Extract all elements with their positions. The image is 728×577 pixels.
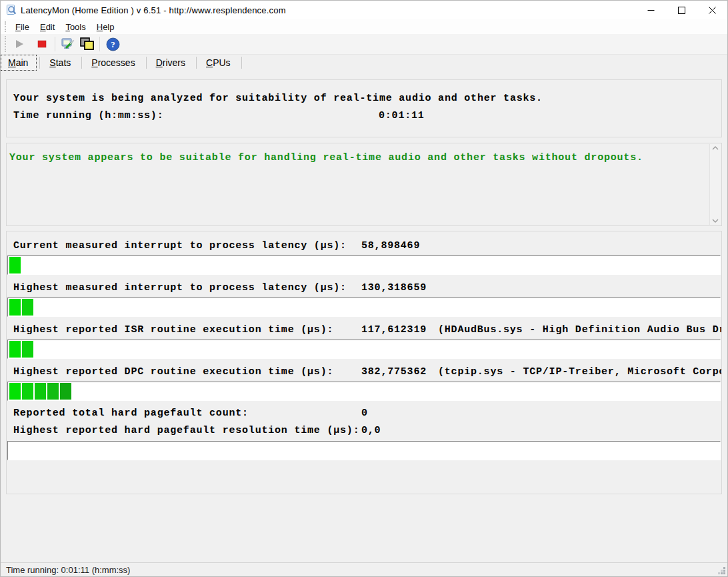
- tab-separator: [196, 57, 197, 69]
- play-icon: [14, 39, 25, 49]
- maximize-button[interactable]: [666, 1, 697, 19]
- pagefault-count-label: Reported total hard pagefault count:: [13, 408, 361, 419]
- pagefault-time-row: Highest reported hard pagefault resoluti…: [7, 422, 721, 440]
- tab-cpus[interactable]: CPUs: [199, 55, 239, 71]
- tab-drivers[interactable]: Drivers: [149, 55, 193, 71]
- menu-help[interactable]: Help: [91, 21, 120, 33]
- stat-detail: (tcpip.sys - TCP/IP-Treiber, Microsoft C…: [438, 366, 721, 378]
- latency-bar-segment: [47, 383, 59, 400]
- maximize-icon: [678, 7, 685, 14]
- verdict-group: Your system appears to be suitable for h…: [6, 143, 722, 226]
- highest-latency-bar: [7, 298, 721, 317]
- time-running-row: Time running (h:mm:ss):0:01:11: [13, 107, 721, 125]
- time-running-label: Time running (h:mm:ss):: [13, 107, 379, 125]
- tab-bar: Main Stats Processes Drivers CPUs: [1, 54, 727, 71]
- stat-detail: (HDAudBus.sys - High Definition Audio Bu…: [438, 324, 721, 336]
- latency-bar-segment: [35, 383, 46, 400]
- stat-label: Highest reported ISR routine execution t…: [13, 324, 361, 336]
- stats-group: Current measured interrupt to process la…: [6, 231, 722, 494]
- stat-label: Highest measured interrupt to process la…: [13, 282, 361, 294]
- tab-separator: [146, 57, 147, 69]
- latency-bar-segment: [60, 383, 71, 400]
- verdict-message: Your system appears to be suitable for h…: [9, 152, 705, 163]
- tab-processes[interactable]: Processes: [85, 55, 143, 71]
- close-button[interactable]: [697, 1, 727, 19]
- minimize-icon: [647, 7, 655, 14]
- stop-monitor-button[interactable]: [33, 35, 51, 53]
- pagefault-time-value: 0,0: [361, 425, 438, 436]
- title-bar: LatencyMon (Home Edition ) v 6.51 - http…: [1, 1, 727, 19]
- minimize-button[interactable]: [635, 1, 666, 19]
- close-icon: [709, 7, 716, 14]
- toolbar-gripper[interactable]: [5, 36, 8, 52]
- latency-bar-segment: [9, 383, 21, 400]
- scroll-up-icon[interactable]: [712, 146, 719, 150]
- stat-value: 130,318659: [361, 282, 438, 294]
- toolbar-separator: [55, 37, 55, 51]
- pagefault-time-label: Highest reported hard pagefault resoluti…: [13, 425, 361, 436]
- stat-row-highest-latency: Highest measured interrupt to process la…: [7, 279, 721, 296]
- time-running-value: 0:01:11: [379, 110, 425, 121]
- latency-bar-segment: [22, 341, 33, 358]
- latency-bar-segment: [22, 383, 33, 400]
- main-panel: Your system is being analyzed for suitab…: [1, 71, 727, 562]
- menu-tools[interactable]: Tools: [60, 21, 91, 33]
- menu-bar: File Edit Tools Help: [1, 19, 727, 34]
- current-latency-bar: [7, 255, 721, 275]
- toolbar-separator: [99, 37, 100, 51]
- scroll-down-icon[interactable]: [712, 219, 719, 223]
- options-button[interactable]: [59, 35, 77, 53]
- stat-row-dpc-time: Highest reported DPC routine execution t…: [7, 363, 721, 380]
- latency-bar-segment: [9, 299, 21, 316]
- stat-value: 117,612319: [361, 324, 438, 336]
- latencymon-window: LatencyMon (Home Edition ) v 6.51 - http…: [0, 0, 728, 577]
- menubar-gripper[interactable]: [5, 21, 8, 32]
- help-button[interactable]: ?: [103, 35, 122, 53]
- latency-bar-segment: [9, 341, 21, 358]
- tools-icon: [61, 37, 75, 51]
- copy-icon: [79, 37, 95, 51]
- stat-value: 58,898469: [361, 240, 438, 251]
- menu-edit[interactable]: Edit: [35, 21, 60, 33]
- verdict-scrollbar[interactable]: [709, 144, 721, 225]
- stat-row-isr-time: Highest reported ISR routine execution t…: [7, 321, 721, 338]
- stop-icon: [37, 39, 47, 49]
- tab-stats[interactable]: Stats: [43, 55, 79, 71]
- tab-separator: [81, 57, 82, 69]
- latency-bar-segment: [22, 299, 33, 316]
- analysis-heading: Your system is being analyzed for suitab…: [13, 90, 721, 107]
- resize-grip[interactable]: [717, 566, 726, 575]
- svg-text:?: ?: [111, 39, 115, 49]
- start-monitor-button[interactable]: [10, 35, 29, 53]
- report-button[interactable]: [77, 35, 96, 53]
- stat-value: 382,775362: [361, 366, 438, 378]
- help-icon: ?: [106, 37, 120, 51]
- tab-main[interactable]: Main: [1, 55, 37, 71]
- tab-separator: [241, 57, 242, 69]
- isr-time-bar: [7, 340, 721, 359]
- latency-bar-segment: [9, 257, 21, 273]
- status-text: Time running: 0:01:11 (h:mm:ss): [6, 565, 130, 575]
- pagefault-count-row: Reported total hard pagefault count:0: [7, 405, 721, 422]
- status-bar: Time running: 0:01:11 (h:mm:ss): [1, 562, 727, 576]
- stat-label: Highest reported DPC routine execution t…: [13, 366, 361, 378]
- window-title: LatencyMon (Home Edition ) v 6.51 - http…: [21, 5, 286, 15]
- tool-bar: ?: [1, 34, 727, 54]
- dpc-time-bar: [7, 382, 721, 401]
- menu-file[interactable]: File: [10, 21, 35, 33]
- pagefault-count-value: 0: [361, 408, 438, 419]
- pagefault-bar: [7, 441, 721, 460]
- stat-label: Current measured interrupt to process la…: [13, 240, 361, 251]
- analysis-group: Your system is being analyzed for suitab…: [6, 79, 722, 137]
- tab-separator: [39, 57, 40, 69]
- app-icon: [6, 5, 17, 15]
- stat-row-current-latency: Current measured interrupt to process la…: [7, 237, 721, 254]
